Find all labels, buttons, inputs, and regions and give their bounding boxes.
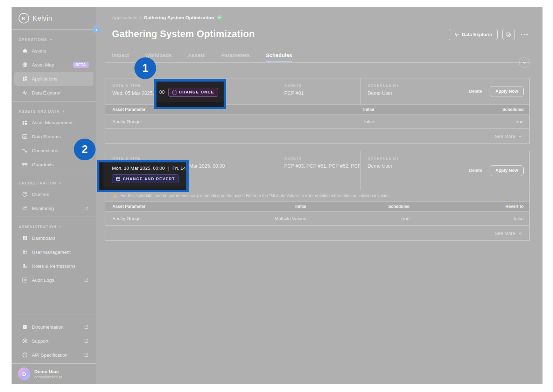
api-icon: [22, 352, 28, 358]
delete-button[interactable]: Delete: [469, 168, 482, 173]
apply-now-button[interactable]: Apply Now: [490, 165, 524, 176]
bar-chart-icon: [22, 134, 28, 139]
sidebar-item-roles-permissions[interactable]: Roles & Permissions: [14, 259, 93, 273]
date-start: Mon, 10 Mar 2025, 00:00: [112, 166, 165, 171]
chevron-down-icon: [58, 181, 62, 185]
delete-button[interactable]: Delete: [469, 89, 482, 94]
table-row: Faulty Gauge false true: [105, 115, 529, 129]
brand-logo[interactable]: K Kelvin: [12, 7, 96, 29]
user-menu[interactable]: D Demo User demo@kelvin.ai: [12, 364, 96, 384]
card-gap-shadow: [103, 187, 186, 190]
change-once-badge[interactable]: CHANGE ONCE: [168, 88, 218, 97]
header-actions: Data Explorer: [449, 29, 529, 40]
section-header-orchestration[interactable]: ORCHESTRATION: [12, 178, 96, 187]
sidebar-footer-links: Documentation Support API Specification: [12, 315, 96, 363]
sidebar-item-label: Dashboard: [32, 236, 55, 241]
column-header: Revert to: [415, 204, 529, 209]
change-and-revert-label: CHANGE AND REVERT: [123, 177, 175, 181]
settings-button[interactable]: [502, 29, 515, 40]
actions-cell: Delete Apply Now: [445, 151, 529, 190]
sidebar-item-label: Clusters: [32, 192, 49, 197]
see-more-link[interactable]: See More: [495, 134, 515, 139]
parameters-table-header: Asset Parameter Initial Scheduled Revert…: [105, 201, 529, 212]
breadcrumb-current: Gathering System Optimization: [144, 15, 214, 20]
section-label: ASSETS AND DATA: [19, 109, 59, 113]
column-header: Asset Parameter: [105, 204, 266, 209]
sidebar-item-api-specification[interactable]: API Specification: [14, 348, 93, 362]
sidebar-item-label: User Management: [32, 250, 71, 255]
check-circle-icon: [217, 15, 222, 20]
sidebar-item-clusters[interactable]: Clusters: [14, 187, 93, 201]
sidebar-section-administration: ADMINISTRATION Dashboard User Management…: [12, 217, 96, 288]
puzzle-icon: [22, 120, 28, 125]
main-content: Applications / Gathering System Optimiza…: [96, 7, 542, 384]
barrier-icon: [22, 162, 28, 167]
sidebar-item-asset-map[interactable]: Asset Map BETA: [14, 58, 93, 72]
sidebar-item-user-management[interactable]: User Management: [14, 245, 93, 259]
column-header: Scheduled: [312, 204, 415, 209]
sidebar-item-audit-logs[interactable]: Audit Logs: [14, 273, 93, 287]
card-gap-shadow: [156, 102, 224, 107]
more-options-button[interactable]: [519, 33, 529, 37]
sidebar-item-data-explorer[interactable]: Data Explorer: [14, 86, 93, 100]
page-background-strip: [99, 162, 103, 190]
assets-label: ASSETS: [284, 156, 360, 160]
tab-bar: Impact Workloads Assets Parameters Sched…: [112, 52, 542, 62]
schedule-by-value: Demo User: [368, 163, 445, 169]
sidebar-item-asset-management[interactable]: Asset Management: [14, 115, 93, 130]
cell-asset-parameter: Faulty Gauge: [105, 119, 266, 124]
schedule-by-label: SCHEDULE BY: [368, 156, 445, 160]
data-explorer-label: Data Explorer: [462, 32, 492, 37]
apply-now-button[interactable]: Apply Now: [490, 86, 524, 97]
sidebar-section-orchestration: ORCHESTRATION Clusters Monitoring: [12, 173, 96, 217]
waveform-icon: [22, 90, 28, 96]
code-icon: [22, 277, 28, 283]
document-icon: [22, 324, 28, 330]
sidebar-item-documentation[interactable]: Documentation: [14, 320, 93, 334]
change-once-label: CHANGE ONCE: [179, 90, 214, 94]
sidebar-item-label: Guardrails: [32, 162, 54, 167]
assets-value: PCP #01: [284, 90, 360, 96]
cell-initial-multiple-values-link[interactable]: Multiple Values: [266, 216, 312, 221]
external-link-icon: [84, 325, 89, 329]
column-header: Initial: [266, 204, 312, 209]
annotation-step-2-badge: 2: [74, 139, 96, 160]
page-title: Gathering System Optimization: [112, 29, 255, 40]
date-separator: |: [168, 166, 169, 171]
schedule-by-value: Demo User: [368, 90, 445, 96]
column-header: Initial: [266, 107, 380, 112]
sidebar-item-dashboard[interactable]: Dashboard: [14, 231, 93, 245]
tab-parameters[interactable]: Parameters: [221, 52, 250, 62]
sidebar-item-monitoring[interactable]: Monitoring: [14, 201, 93, 215]
screenshot-page: K Kelvin OPERATIONS Assets Asset Map BET…: [0, 0, 553, 392]
column-header: Scheduled: [380, 107, 529, 112]
user-name: Demo User: [34, 369, 62, 374]
sidebar-item-assets[interactable]: Assets: [14, 44, 93, 58]
data-explorer-button[interactable]: Data Explorer: [449, 29, 498, 40]
tab-impact[interactable]: Impact: [112, 52, 129, 62]
sidebar-item-label: Monitoring: [32, 206, 54, 211]
annotation-step-1-badge: 1: [134, 57, 156, 79]
schedule-by-cell: SCHEDULE BY Demo User: [360, 151, 445, 190]
tab-schedules[interactable]: Schedules: [266, 52, 292, 62]
table-row: Faulty Gauge Multiple Values true false: [105, 212, 529, 226]
waveform-icon: [454, 32, 459, 37]
date-time-fragment: 00: [159, 89, 165, 95]
sidebar-item-label: Support: [32, 338, 48, 344]
sidebar-item-label: Documentation: [32, 324, 64, 330]
section-header-administration[interactable]: ADMINISTRATION: [12, 222, 96, 231]
breadcrumb-applications[interactable]: Applications: [112, 15, 138, 20]
calendar-icon: [116, 176, 120, 181]
see-more-link[interactable]: See More: [495, 231, 515, 236]
title-row: Gathering System Optimization Data Explo…: [112, 29, 529, 40]
change-and-revert-badge[interactable]: CHANGE AND REVERT: [112, 174, 179, 183]
collapse-schedules-button[interactable]: [519, 57, 530, 68]
sidebar-item-support[interactable]: Support: [14, 334, 93, 348]
section-header-assets-and-data[interactable]: ASSETS AND DATA: [12, 106, 96, 115]
sidebar-collapse-button[interactable]: ‹: [92, 26, 100, 33]
section-label: OPERATIONS: [19, 37, 47, 42]
sidebar-item-label: API Specification: [32, 352, 68, 358]
section-header-operations[interactable]: OPERATIONS: [12, 35, 96, 44]
sidebar-item-applications[interactable]: Applications: [14, 72, 93, 86]
tab-assets[interactable]: Assets: [188, 52, 205, 62]
